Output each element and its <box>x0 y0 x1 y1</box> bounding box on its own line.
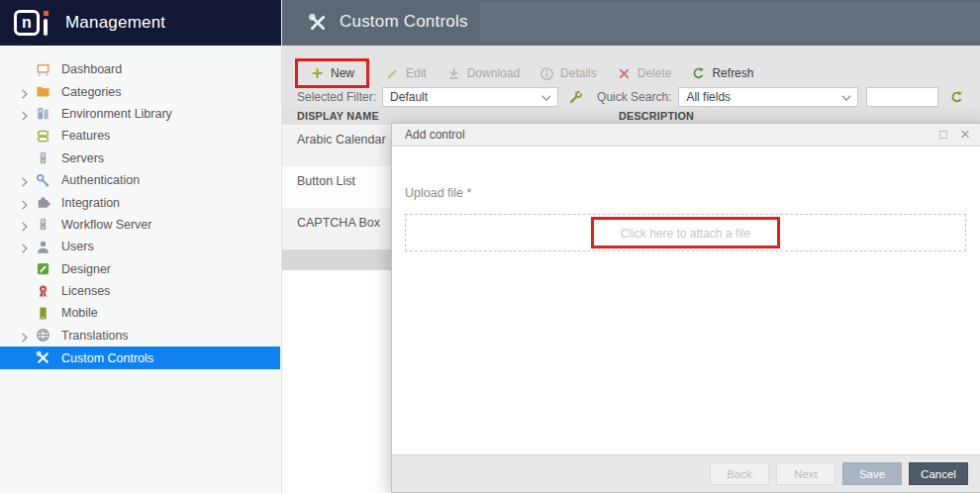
dialog-header[interactable]: Add control □ × <box>392 124 980 147</box>
save-button[interactable]: Save <box>842 462 902 485</box>
chevron-right-icon <box>18 130 32 142</box>
sidebar-item-label: Environment Library <box>61 107 172 121</box>
new-button[interactable]: +New <box>300 61 364 85</box>
filter-row: Selected Filter: Default Quick Search: A… <box>282 87 980 107</box>
chevron-right-icon <box>18 285 32 297</box>
sidebar-item-label: Users <box>61 240 94 253</box>
toolbar: +NewEditDownloadDetailsDeleteRefresh Sel… <box>282 46 980 107</box>
quick-search-input[interactable] <box>866 87 938 107</box>
quick-search-field-dropdown[interactable]: All fields <box>678 87 858 107</box>
filter-dropdown[interactable]: Default <box>382 87 558 107</box>
sidebar-item-label: Licenses <box>61 284 110 298</box>
server-icon <box>36 150 50 165</box>
display-name-cell: CAPTCHA Box <box>297 216 380 230</box>
refresh-icon <box>691 66 706 81</box>
quick-search-field-value: All fields <box>686 90 731 104</box>
sidebar-item-designer[interactable]: Designer <box>0 258 280 280</box>
logo-bar <box>44 19 48 36</box>
designer-icon <box>36 261 50 276</box>
button-label: Download <box>467 66 520 80</box>
next-button: Next <box>776 462 835 485</box>
sidebar-item-label: Designer <box>61 262 111 276</box>
logo-letter: n <box>14 10 40 36</box>
cancel-button[interactable]: Cancel <box>909 462 968 485</box>
toolbar-buttons: +NewEditDownloadDetailsDeleteRefresh <box>295 59 763 87</box>
column-display-name: DISPLAY NAME <box>297 110 379 122</box>
quick-search-label: Quick Search: <box>597 90 671 104</box>
sidebar-item-servers[interactable]: Servers <box>0 148 280 169</box>
sidebar-nav: DashboardCategoriesEnvironment LibraryFe… <box>0 46 280 369</box>
user-icon <box>36 240 50 254</box>
dialog-footer: BackNextSaveCancel <box>392 454 980 492</box>
filter-dropdown-value: Default <box>390 90 428 104</box>
chevron-right-icon <box>18 63 32 75</box>
chevron-right-icon <box>18 352 32 364</box>
sidebar-item-label: Translations <box>61 329 129 343</box>
chevron-right-icon[interactable] <box>18 108 32 120</box>
sidebar-item-custom-controls[interactable]: Custom Controls <box>0 346 280 369</box>
upload-file-label: Upload file * <box>405 186 471 200</box>
sidebar-item-workflow-server[interactable]: Workflow Server <box>0 214 280 236</box>
chevron-right-icon[interactable] <box>18 330 32 342</box>
sidebar-item-users[interactable]: Users <box>0 236 280 257</box>
button-label: New <box>331 66 354 80</box>
tools-icon <box>308 13 328 33</box>
button-label: Edit <box>406 66 427 80</box>
refresh-button[interactable]: Refresh <box>681 61 763 85</box>
file-dropzone[interactable]: Click here to attach a file <box>405 214 966 251</box>
refresh-icon[interactable] <box>949 90 964 105</box>
sidebar-item-licenses[interactable]: Licenses <box>0 280 280 302</box>
column-description: DESCRIPTION <box>619 110 694 122</box>
sidebar-item-mobile[interactable]: Mobile <box>0 302 280 324</box>
chevron-right-icon[interactable] <box>18 174 32 186</box>
maximize-icon: □ <box>939 127 947 142</box>
maximize-button[interactable]: □ <box>934 126 952 144</box>
chevron-right-icon <box>18 307 32 319</box>
sidebar-item-features[interactable]: Features <box>0 125 280 147</box>
chevron-down-icon <box>540 92 552 104</box>
sidebar-item-authentication[interactable]: Authentication <box>0 169 280 191</box>
edit-button: Edit <box>375 61 437 85</box>
button-label: Refresh <box>712 66 753 80</box>
highlight-box-new: +New <box>295 58 369 88</box>
display-name-cell: Button List <box>297 174 355 188</box>
plus-icon: + <box>310 66 325 81</box>
sidebar-item-dashboard[interactable]: Dashboard <box>0 58 280 80</box>
chevron-down-icon <box>840 92 852 104</box>
sidebar-item-environment-library[interactable]: Environment Library <box>0 103 280 125</box>
tools-icon <box>36 350 50 365</box>
selected-filter-label: Selected Filter: <box>297 90 376 104</box>
download-button: Download <box>437 61 530 85</box>
wrench-icon[interactable] <box>568 90 583 105</box>
sidebar-item-label: Servers <box>61 151 104 165</box>
dialog-body: Upload file * Click here to attach a fil… <box>392 147 980 455</box>
sidebar: n Management DashboardCategoriesEnvironm… <box>0 0 282 493</box>
sidebar-item-translations[interactable]: Translations <box>0 325 280 346</box>
chevron-right-icon[interactable] <box>18 241 32 252</box>
sidebar-item-integration[interactable]: Integration <box>0 191 280 213</box>
sidebar-item-label: Workflow Server <box>61 218 151 232</box>
button-label: Details <box>560 66 597 80</box>
mobile-icon <box>36 306 50 321</box>
button-label: Delete <box>637 66 672 80</box>
brand-logo-icon: n <box>14 8 53 38</box>
display-name-cell: Arabic Calendar <box>297 133 386 147</box>
close-button[interactable]: × <box>956 126 974 144</box>
sidebar-item-label: Custom Controls <box>61 351 153 365</box>
back-button: Back <box>710 462 769 485</box>
sidebar-item-label: Categories <box>61 85 121 99</box>
download-icon <box>446 66 461 81</box>
ribbon-icon <box>36 284 50 299</box>
library-icon <box>36 106 50 121</box>
logo-dot <box>44 11 49 16</box>
sidebar-item-categories[interactable]: Categories <box>0 80 280 102</box>
server-icon <box>36 217 50 232</box>
chevron-right-icon[interactable] <box>18 197 32 209</box>
chevron-right-icon[interactable] <box>18 86 32 98</box>
globe-icon <box>36 328 50 343</box>
delete-icon <box>617 66 632 81</box>
header-overlay <box>480 3 980 42</box>
chevron-right-icon[interactable] <box>18 219 32 231</box>
close-icon: × <box>960 125 970 144</box>
sidebar-item-label: Authentication <box>61 173 140 187</box>
